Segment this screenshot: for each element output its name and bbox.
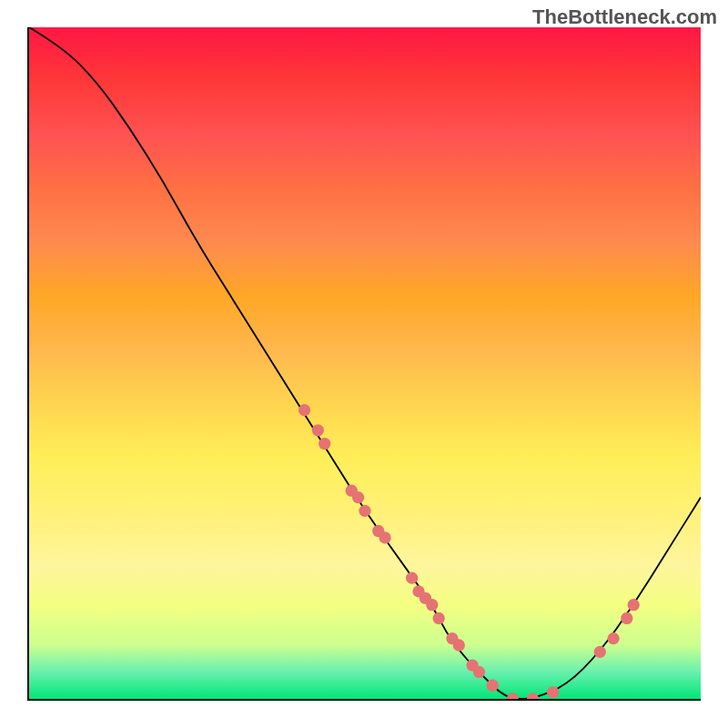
data-marker	[594, 646, 606, 658]
watermark-text: TheBottleneck.com	[532, 5, 717, 29]
data-marker	[547, 686, 559, 698]
data-marker	[426, 599, 438, 611]
data-marker	[318, 438, 330, 450]
data-markers	[298, 404, 640, 699]
plot-area	[27, 27, 701, 701]
data-marker	[507, 693, 519, 699]
chart-container: TheBottleneck.com	[0, 0, 728, 728]
data-marker	[312, 424, 324, 436]
data-marker	[406, 572, 418, 584]
data-marker	[453, 639, 465, 651]
data-marker	[621, 612, 632, 624]
bottleneck-curve	[29, 27, 701, 699]
data-marker	[359, 505, 370, 517]
data-marker	[298, 404, 310, 416]
data-marker	[379, 531, 390, 543]
data-marker	[433, 612, 445, 624]
data-marker	[473, 666, 485, 678]
data-marker	[607, 632, 619, 644]
data-marker	[628, 599, 640, 611]
data-marker	[352, 491, 364, 503]
data-marker	[527, 693, 539, 699]
data-marker	[487, 680, 499, 692]
curve-svg	[29, 27, 701, 699]
